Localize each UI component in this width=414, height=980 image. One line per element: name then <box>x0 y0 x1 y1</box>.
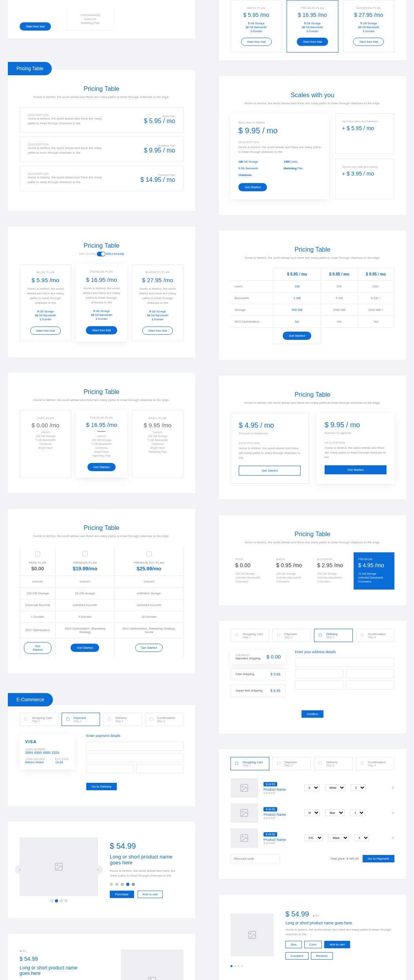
subtitle: Home is behind, the world ahead and ther… <box>231 256 394 260</box>
plan-row: DESCRIPTIONHome is behind, the world ahe… <box>20 166 183 191</box>
start-trial-button[interactable]: Start free trial <box>241 38 272 46</box>
start-trial-button[interactable]: Start free trial <box>297 38 328 46</box>
plan-card: BASIC$ 0.95 /mo100 GB StorageUnlimited B… <box>272 552 313 590</box>
compare-button[interactable]: Compare <box>285 952 309 960</box>
get-started-button[interactable]: Get Started <box>283 332 311 340</box>
checkout-step[interactable]: ▢PaymentStep 2 <box>62 713 100 726</box>
qty-select[interactable]: 1 <box>350 809 365 816</box>
start-trial-button[interactable]: Start free trial <box>86 326 117 334</box>
shipping-option[interactable]: CHEAPESTStandard shipping$ 0.00 <box>231 650 285 664</box>
section-tag-pricing: Pricing Table <box>8 62 52 75</box>
start-trial-button[interactable]: Start free trial <box>353 38 384 46</box>
addr-input-2[interactable] <box>295 669 343 678</box>
plan-card: PREMIUM PLAN$ 16.95 /mo5 GB Storage10 GB… <box>287 0 338 53</box>
remove-button[interactable]: ✕ <box>391 811 394 815</box>
page-title: Pricing Table <box>231 391 394 398</box>
checkout-step[interactable]: ▢ConfirmationStep 4 <box>145 713 184 726</box>
color-button[interactable]: Color <box>304 941 322 948</box>
pricing-table: $ 5.95 / mo$ 9.95 / mo$ 9.95 / moUsers10… <box>231 268 394 344</box>
checkout-step[interactable]: ▢DeliveryStep 3 <box>314 757 353 770</box>
addr-input-4[interactable] <box>295 681 343 690</box>
total-label: Total price: $ 345.90 <box>330 857 359 860</box>
color-select[interactable]: Black <box>329 835 349 841</box>
checkout-step[interactable]: ▢Shopping CartStep 1 <box>20 713 58 726</box>
plan-card: PREMIUM PLAN$ 16.95 /moUnicorn100 GB Sto… <box>76 410 127 477</box>
shopping-cart: ▢Shopping CartStep 1▢PaymentStep 2▢Deliv… <box>219 749 406 879</box>
pricing-2cards: Pricing Table Home is behind, the world … <box>219 376 406 499</box>
qty-select[interactable]: 2 <box>351 784 366 791</box>
get-started-button[interactable]: Get Started <box>87 463 116 471</box>
qty-select[interactable]: 5 <box>354 835 369 841</box>
addr-input-3[interactable] <box>346 669 394 678</box>
size-select[interactable]: M <box>304 809 320 816</box>
pricing-compare-panel: Pricing Table Home is behind, the world … <box>8 509 195 673</box>
get-started-button[interactable]: Get Started <box>24 642 51 654</box>
card-number: 3584 4000 4885 2334 <box>25 751 69 755</box>
plan-card: BASIC PLAN$ 9.95 /moUnicorn100 GB Storag… <box>132 410 183 477</box>
pricing-fragment: Start free trial 5 GB Bandwidth Clubmoss… <box>8 0 195 38</box>
product-price: $ 54.99 <box>20 956 109 962</box>
get-started-button[interactable]: Get Started <box>238 183 267 191</box>
prev-arrow[interactable]: ‹ <box>15 865 24 875</box>
product-desc: Home is behind, the world ahead and ther… <box>285 927 394 937</box>
add-cart-button[interactable]: Add to cart <box>324 941 350 948</box>
size-select[interactable]: XXL <box>304 835 323 841</box>
size-button[interactable]: Size <box>285 941 302 948</box>
remove-button[interactable]: ✕ <box>391 786 394 790</box>
addr-input-1[interactable] <box>295 658 394 667</box>
start-trial-button[interactable]: Start free trial <box>30 327 61 335</box>
addr-input-5[interactable] <box>346 681 394 690</box>
discount-input[interactable] <box>231 854 280 863</box>
checkout-step[interactable]: ▢Shopping CartStep 1 <box>231 629 269 642</box>
product-name: Long or short product name goes here <box>110 854 183 866</box>
add-cart-button[interactable]: Add to cart <box>138 891 163 898</box>
shipping-option[interactable]: Super fast shipping$ 6.95 <box>231 684 285 697</box>
card-holder-input[interactable] <box>86 753 183 762</box>
start-trial-button[interactable]: Start free trial <box>142 327 173 335</box>
color-select[interactable]: White <box>325 784 345 791</box>
get-started-button[interactable]: Get Started <box>239 466 301 475</box>
plan-label: Basic plan for starters <box>238 121 321 124</box>
card-number-input[interactable] <box>86 742 183 751</box>
product-image <box>20 837 98 896</box>
exp-input[interactable] <box>86 764 134 773</box>
section-title: Scales with you <box>231 92 394 99</box>
reviews-button[interactable]: Reviews <box>311 952 333 960</box>
plan-card: BUSINESS PLAN$ 27.95 /mo5 GB Storage10 G… <box>343 0 394 53</box>
start-trial-button[interactable]: Start free trial <box>20 22 51 31</box>
card-brand: VISA <box>25 739 69 744</box>
get-started-button[interactable]: Get Started <box>71 644 99 652</box>
confirm-button[interactable]: Confirm <box>301 710 323 718</box>
product-name: Long or short product name goes here <box>20 965 82 976</box>
compare-table: FREE PLAN$0.00PREMIUM PLAN$19.99/moPREMI… <box>20 546 183 658</box>
checkout-step[interactable]: ▢Shopping CartStep 1 <box>231 757 269 770</box>
svg-rect-1 <box>83 552 87 556</box>
checkout-step[interactable]: ▢PaymentStep 2 <box>272 629 311 642</box>
shipping-option[interactable]: Fast shipping$ 3.99 <box>231 668 285 681</box>
plan-card: PREMIUM PLAN$ 16.95 /moHome is behind, t… <box>76 264 127 341</box>
next-arrow[interactable]: › <box>93 865 103 875</box>
svg-rect-0 <box>35 552 40 556</box>
subtitle: Home is behind, the world ahead and ther… <box>231 401 394 405</box>
get-started-button[interactable]: Get Started <box>135 644 163 652</box>
product-name: Long or short product name goes here <box>285 921 394 925</box>
go-delivery-button[interactable]: Go to Delivery <box>86 783 117 790</box>
svg-point-4 <box>57 865 58 866</box>
cvv-input[interactable] <box>136 764 183 773</box>
size-select[interactable]: S <box>304 784 320 791</box>
svg-rect-2 <box>147 552 151 556</box>
checkout-step[interactable]: ▢DeliveryStep 3 <box>314 629 353 642</box>
get-started-button[interactable]: Get Started <box>325 465 387 474</box>
billing-toggle[interactable] <box>97 252 105 256</box>
product-price: $ 54.99 <box>285 910 309 918</box>
checkout-step[interactable]: ▢PaymentStep 2 <box>272 757 311 770</box>
color-select[interactable]: Blue <box>325 809 345 816</box>
product-detail-3: $ 54.99 ◉ Art Long or short product name… <box>219 895 406 980</box>
remove-button[interactable]: ✕ <box>391 836 394 840</box>
checkout-step[interactable]: ▢ConfirmationStep 4 <box>356 629 395 642</box>
checkout-step[interactable]: ▢DeliveryStep 3 <box>103 713 142 726</box>
go-payment-button[interactable]: Go to Payment <box>363 855 394 862</box>
checkout-step[interactable]: ▢ConfirmationStep 4 <box>356 757 395 770</box>
product-detail-1: ‹ › $ 54.99 Long or short product name g… <box>8 822 195 918</box>
purchase-button[interactable]: Purchase <box>110 891 134 898</box>
